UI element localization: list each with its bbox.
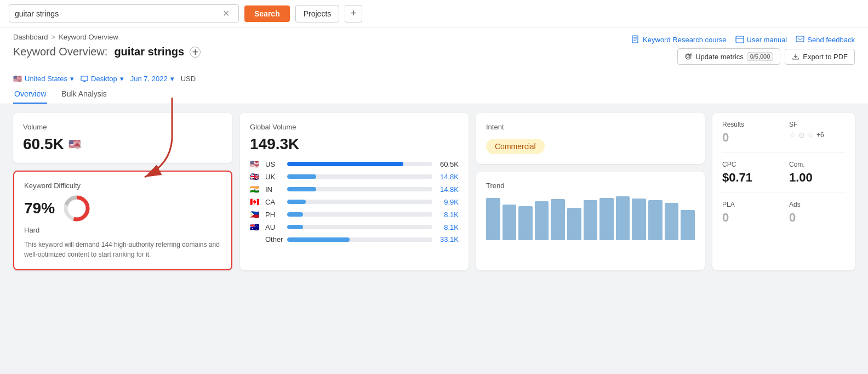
update-metrics-button[interactable]: Update metrics 0/5,000 [677,48,780,65]
breadcrumb-home[interactable]: Dashboard [13,33,48,41]
update-metrics-badge: 0/5,000 [747,52,774,61]
results-label: Results [722,121,778,128]
date-filter[interactable]: Jun 7, 2022 ▾ [130,75,174,83]
ads-label: Ads [789,201,845,208]
intent-badge: Commercial [486,139,545,154]
book-icon [631,35,640,44]
cpc-value: $0.71 [722,171,778,185]
kd-desc: This keyword will demand 144 high-author… [24,240,221,259]
com-metric: Com. 1.00 [789,161,845,185]
trend-bar [665,203,679,240]
pla-ads-grid: PLA 0 Ads 0 [722,201,845,225]
country-value: 9.9K [437,198,459,206]
device-filter[interactable]: Desktop ▾ [81,75,124,83]
com-label: Com. [789,161,845,168]
trend-bar [632,199,646,240]
projects-button[interactable]: Projects [295,5,340,22]
device-chevron-icon: ▾ [120,75,124,83]
keyword-research-label: Keyword Research course [643,36,726,44]
filters: 🇺🇸 United States ▾ Desktop ▾ Jun 7, 2022… [13,70,855,85]
cpc-com-grid: CPC $0.71 Com. 1.00 [722,161,845,185]
country-code: PH [265,211,283,219]
country-value: 14.8K [437,185,459,194]
search-input[interactable] [15,9,222,18]
send-feedback-label: Send feedback [807,36,855,44]
country-flag-emoji: 🇺🇸 [250,160,261,168]
tab-bulk-analysis[interactable]: Bulk Analysis [60,85,107,104]
date-label: Jun 7, 2022 [130,75,168,83]
country-code: US [265,160,283,168]
keyword-difficulty-card: Keyword Difficulty 79% Hard This keyword… [13,171,232,270]
sf-metric: SF ☆ ⊙ ☆ +6 [789,121,845,145]
tab-overview[interactable]: Overview [13,85,47,104]
clear-icon[interactable]: ✕ [222,8,230,19]
country-value: 60.5K [437,160,459,168]
trend-bar [648,200,663,240]
send-feedback-link[interactable]: Send feedback [796,35,855,44]
trend-bar [616,196,630,240]
bar-fill [287,225,303,229]
country-code: Other [265,235,283,243]
country-value: 14.8K [437,173,459,181]
flag-us-emoji: 🇺🇸 [13,75,22,83]
trend-chart [486,196,695,240]
country-flag-emoji: 🇨🇦 [250,197,261,206]
trend-bar [599,198,614,240]
country-code: IN [265,185,283,194]
kd-title: Keyword Difficulty [24,182,221,190]
user-manual-link[interactable]: User manual [735,35,787,44]
country-chevron-icon: ▾ [70,75,74,83]
bar-fill [287,237,350,242]
intent-title: Intent [486,123,695,131]
kd-main: 79% [24,194,221,223]
country-flag-emoji: 🇬🇧 [250,172,261,181]
trend-bar [567,208,581,240]
export-pdf-button[interactable]: Export to PDF [785,49,855,65]
manual-icon [735,35,744,44]
bar-fill [287,162,403,166]
intent-card: Intent Commercial [476,113,705,164]
sf-star-icon: ☆ [789,131,796,139]
trend-bar [502,205,517,240]
kd-percent: 79% [24,200,55,217]
pla-value: 0 [722,211,778,225]
search-button[interactable]: Search [244,5,290,22]
trend-bar [486,198,500,240]
country-flag-emoji: 🇮🇳 [250,185,261,194]
volume-card: Volume 60.5K 🇺🇸 [13,113,232,163]
results-value: 0 [722,131,778,145]
bar-background [287,174,432,179]
country-flag-emoji: 🇦🇺 [250,223,261,231]
volume-value-row: 60.5K 🇺🇸 [23,135,222,153]
country-label: United States [25,75,67,83]
right-column: Intent Commercial Trend [476,113,705,270]
update-metrics-label: Update metrics [695,53,743,61]
export-icon [792,53,800,60]
svg-rect-7 [81,76,88,81]
sf-icons: ☆ ⊙ ☆ +6 [789,131,845,139]
add-keyword-icon[interactable]: + [190,47,201,58]
country-filter[interactable]: 🇺🇸 United States ▾ [13,75,74,83]
add-project-button[interactable]: + [345,5,362,22]
keyword-research-link[interactable]: Keyword Research course [631,35,726,44]
country-code: UK [265,173,283,181]
date-chevron-icon: ▾ [170,75,174,83]
svg-rect-4 [736,36,744,43]
breadcrumb-separator: > [52,33,56,41]
global-volume-card: Global Volume 149.3K 🇺🇸 US 60.5K 🇬🇧 UK 1… [240,113,469,270]
device-label: Desktop [91,75,117,83]
svg-rect-6 [796,36,804,42]
kd-donut-chart [62,194,91,223]
bar-background [287,187,432,191]
ads-value: 0 [789,211,845,225]
page-title: Keyword Overview: guitar strings + [13,44,201,59]
bar-background [287,237,432,242]
bar-fill [287,200,306,204]
page-title-keyword: guitar strings [114,46,184,58]
sf-star2-icon: ☆ [807,131,814,139]
volume-value: 60.5K [23,135,64,153]
trend-bar [681,210,695,240]
country-row: 🇮🇳 IN 14.8K [250,185,459,194]
left-column: Volume 60.5K 🇺🇸 Keyword Difficulty 79% [13,113,232,270]
trend-bar [535,201,549,240]
